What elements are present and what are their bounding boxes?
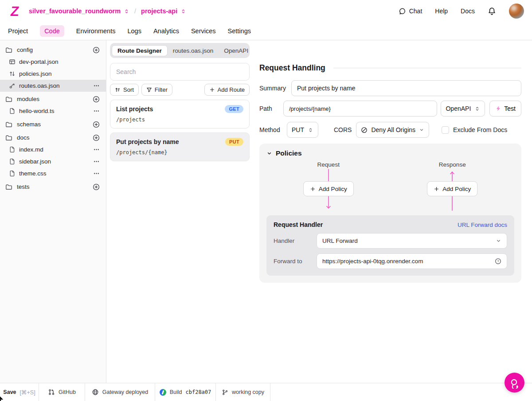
route-list-toolbar: Sort Filter Add Route [110,84,250,96]
save-label: Save [3,389,16,395]
tab-routes-oas-json[interactable]: routes.oas.json [168,46,219,56]
method-badge-put: PUT [225,138,243,146]
route-summary: List projects [116,105,153,113]
docs-link[interactable]: Docs [461,8,475,15]
help-label: Help [435,8,448,15]
plus-circle-icon [93,47,100,54]
sidebar-item-config[interactable]: config [0,44,106,56]
build-status[interactable]: Build cbf28a07 [155,383,216,401]
avatar[interactable] [509,4,524,19]
summary-input[interactable] [291,80,521,96]
file-label: policies.json [19,70,52,77]
gateway-status[interactable]: Gateway deployed [85,383,155,401]
nav-tab-analytics[interactable]: Analytics [153,27,179,35]
nav-tab-environments[interactable]: Environments [76,27,116,35]
chat-link[interactable]: Chat [399,8,422,15]
sidebar-item-theme-css[interactable]: theme.css [0,167,106,179]
sidebar-item-modules[interactable]: modules [0,93,106,105]
file-label: theme.css [19,170,47,177]
folder-icon [5,134,12,141]
ellipsis-icon [93,82,100,89]
add-route-button[interactable]: Add Route [204,84,250,96]
cors-select[interactable]: Deny All Origins [356,122,429,138]
docs-label: Docs [461,8,475,15]
path-label: Path [259,105,279,112]
exclude-from-docs-checkbox[interactable] [442,126,449,134]
response-policy-column: Response Add Policy [391,161,515,211]
url-forward-docs-link[interactable]: URL Forward docs [458,222,507,228]
openapi-selector[interactable]: OpenAPI [441,101,485,117]
sort-button[interactable]: Sort [110,84,139,96]
document-icon [9,146,16,153]
path-input[interactable] [283,101,437,117]
deny-circle-icon [361,127,368,133]
sidebar-item-sidebar-json[interactable]: sidebar.json [0,156,106,167]
route-card-list-projects[interactable]: List projects GET /projects [110,100,250,128]
sidebar-item-routes[interactable]: routes.oas.json [0,80,106,92]
sidebar-item-docs[interactable]: docs [0,132,106,144]
add-file-button[interactable] [93,134,100,141]
nav-tab-settings[interactable]: Settings [228,27,251,35]
sidebar-item-hello-world[interactable]: hello-world.ts [0,105,106,117]
add-response-policy-button[interactable]: Add Policy [427,181,477,196]
file-menu-button[interactable] [93,146,100,153]
bell-icon[interactable] [488,7,496,16]
add-file-button[interactable] [93,47,100,54]
test-button[interactable]: Test [489,101,521,117]
save-button[interactable]: Save [⌘+S] [0,383,39,401]
forward-to-input[interactable]: https://projects-api-0tqg.onrender.com ? [317,253,507,269]
filter-button[interactable]: Filter [141,84,172,96]
github-label: GitHub [59,389,76,395]
search-input[interactable] [110,63,250,81]
breadcrumb-org[interactable]: silver_favourable_roundworm [29,8,121,15]
tab-openapi[interactable]: OpenAPI [219,46,254,56]
add-file-button[interactable] [93,121,100,128]
file-menu-button[interactable] [93,82,100,89]
add-route-label: Add Route [218,86,245,93]
method-value: PUT [292,126,304,133]
sidebar-item-policies[interactable]: policies.json [0,68,106,80]
filter-icon [146,87,152,93]
filter-label: Filter [155,86,168,93]
file-menu-button[interactable] [93,170,100,177]
chevron-down-icon [419,127,424,132]
policies-collapse-toggle[interactable]: Policies [266,149,514,157]
handler-label: Handler [274,237,317,244]
handler-select[interactable]: URL Forward [317,233,507,249]
ellipsis-icon [93,146,100,153]
sidebar-item-index-md[interactable]: index.md [0,144,106,156]
file-menu-button[interactable] [93,108,100,114]
method-select[interactable]: PUT [287,122,318,138]
github-button[interactable]: GitHub [39,383,85,401]
chevron-updown-icon[interactable] [124,8,129,14]
app-window: Z silver_favourable_roundworm / projects… [0,0,532,401]
nav-tab-logs[interactable]: Logs [127,27,141,35]
method-badge-get: GET [225,105,243,113]
chevron-updown-icon[interactable] [180,8,186,14]
route-card-put-projects[interactable]: Put projects by name PUT /projects/{name… [110,132,250,161]
request-handler-title: Request Handler [274,221,323,228]
sidebar-item-dev-portal[interactable]: dev-portal.json [0,56,106,68]
nav-tab-code[interactable]: Code [40,25,64,37]
help-circle-icon[interactable]: ? [495,258,501,265]
add-file-button[interactable] [93,183,100,191]
plus-circle-icon [93,183,100,191]
sidebar-item-schemas[interactable]: schemas [0,118,106,130]
breadcrumb-project[interactable]: projects-api [141,8,177,15]
add-file-button[interactable] [93,96,100,103]
chat-fab-button[interactable] [505,373,524,393]
tab-route-designer[interactable]: Route Designer [112,45,168,56]
help-link[interactable]: Help [435,8,448,15]
chevron-down-icon [496,238,501,244]
sidebar-item-tests[interactable]: tests [0,181,106,193]
chat-bubbles-icon [509,377,520,389]
file-menu-button[interactable] [93,158,100,165]
nav-tab-services[interactable]: Services [191,27,216,35]
document-icon [9,108,16,114]
route-detail-panel: Request Handling Summary Path OpenAPI Te… [259,40,521,383]
file-tree: config dev-portal.json policies.json rou… [0,40,106,383]
zuplo-logo[interactable]: Z [10,4,20,18]
nav-tab-project[interactable]: Project [8,27,28,35]
working-copy-button[interactable]: working copy [216,383,270,401]
add-request-policy-button[interactable]: Add Policy [303,181,354,196]
